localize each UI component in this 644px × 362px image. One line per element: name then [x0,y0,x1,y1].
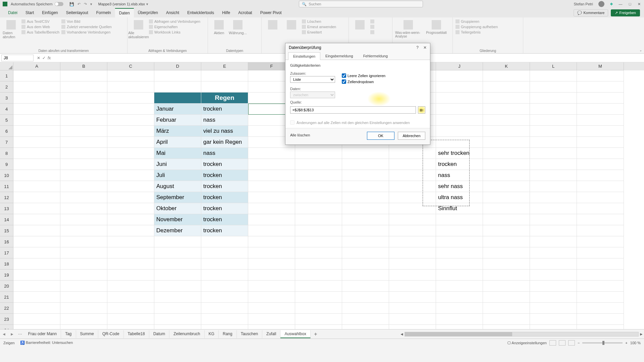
group-button[interactable]: Gruppieren [455,19,498,23]
row-header-24[interactable]: 24 [0,325,13,329]
tab-file[interactable]: Datei [4,8,21,17]
dialog-close-icon[interactable]: ✕ [423,45,427,50]
row-header-20[interactable]: 20 [0,281,13,292]
cell-J8[interactable]: sehr trocken [436,148,483,159]
cell-C20[interactable] [107,281,154,292]
cell-J15[interactable] [436,225,483,236]
cell-B22[interactable] [60,303,107,314]
cell-C22[interactable] [107,303,154,314]
scroll-right-icon[interactable]: ► [639,332,644,337]
cell-B4[interactable] [60,104,107,115]
cell-H18[interactable] [342,258,389,269]
cell-C23[interactable] [107,314,154,325]
data-tool-1[interactable] [370,19,374,23]
cell-A1[interactable] [13,70,60,81]
tab-ansicht[interactable]: Ansicht [162,8,183,17]
cell-G16[interactable] [295,236,342,247]
from-web[interactable]: Aus dem Web [21,25,59,29]
cell-D17[interactable] [154,247,201,258]
cell-M1[interactable] [577,70,624,81]
cell-A7[interactable] [13,137,60,148]
cell-E19[interactable] [201,269,248,281]
sort-asc-button[interactable] [264,19,281,31]
workbook-links[interactable]: Workbook Links [149,30,200,34]
cell-L5[interactable] [530,115,577,126]
cell-C1[interactable] [107,70,154,81]
cell-G9[interactable] [295,159,342,170]
cell-C14[interactable] [107,214,154,225]
cell-M8[interactable] [577,148,624,159]
cell-M19[interactable] [577,269,624,281]
tab-daten[interactable]: Daten [115,8,134,17]
cell-J19[interactable] [436,269,483,281]
cell-I17[interactable] [389,247,436,258]
cell-M6[interactable] [577,126,624,137]
cell-B21[interactable] [60,292,107,303]
collapse-ribbon-icon[interactable]: ⌄ [639,48,642,52]
cell-F8[interactable] [248,148,295,159]
row-header-19[interactable]: 19 [0,269,13,281]
cell-E1[interactable] [201,70,248,81]
enter-formula-icon[interactable]: ✓ [42,56,46,60]
zoom-slider[interactable] [582,342,623,344]
what-if-button[interactable]: Was-wäre-wenn-Analyse [395,19,421,38]
cell-E11[interactable]: trocken [201,181,248,192]
page-layout-view-icon[interactable] [559,340,566,346]
minimize-icon[interactable]: — [619,2,623,6]
cell-L8[interactable] [530,148,577,159]
sheet-tab-frau-oder-mann[interactable]: Frau oder Mann [24,330,61,338]
cell-C21[interactable] [107,292,154,303]
cell-B14[interactable] [60,214,107,225]
cell-K16[interactable] [483,236,530,247]
scroll-left-icon[interactable]: ◄ [399,332,405,337]
comments-button[interactable]: 💬Kommentare [574,9,608,16]
cell-M16[interactable] [577,236,624,247]
cell-J10[interactable]: nass [436,170,483,181]
page-break-view-icon[interactable] [568,340,575,346]
cell-I21[interactable] [389,292,436,303]
cell-K3[interactable] [483,93,530,104]
row-header-21[interactable]: 21 [0,292,13,303]
cell-L7[interactable] [530,137,577,148]
cell-F23[interactable] [248,314,295,325]
cell-J4[interactable] [436,104,483,115]
existing-connections[interactable]: Vorhandene Verbindungen [61,30,112,34]
cell-G19[interactable] [295,269,342,281]
properties[interactable]: Eigenschaften [149,25,200,29]
filter-button[interactable] [283,19,300,31]
cell-F14[interactable] [248,214,295,225]
cell-C9[interactable] [107,159,154,170]
cell-J7[interactable] [436,137,483,148]
sheet-tab-summe[interactable]: Summe [76,330,98,338]
undo-icon[interactable]: ↶ [77,2,80,6]
cell-H9[interactable] [342,159,389,170]
cell-A18[interactable] [13,258,60,269]
cell-L3[interactable] [530,93,577,104]
cell-J24[interactable] [436,325,483,329]
row-headers[interactable]: 123456789101112131415161718192021222324 [0,70,13,329]
source-input[interactable] [290,106,416,114]
allow-select[interactable]: Liste [290,76,335,83]
cell-K13[interactable] [483,203,530,214]
data-tool-3[interactable] [370,30,374,34]
cell-E23[interactable] [201,314,248,325]
row-header-18[interactable]: 18 [0,258,13,269]
cell-J6[interactable] [436,126,483,137]
accessibility-status[interactable]: ♿ Barrierefreiheit: Untersuchen [20,341,73,345]
cell-E24[interactable] [201,325,248,329]
cell-C4[interactable] [107,104,154,115]
tab-entwicklertools[interactable]: Entwicklertools [183,8,218,17]
cell-M24[interactable] [577,325,624,329]
sheet-nav-prev-icon[interactable]: ◄ [0,332,8,337]
cell-E5[interactable]: nass [201,115,248,126]
cell-L19[interactable] [530,269,577,281]
cell-B10[interactable] [60,170,107,181]
cell-D19[interactable] [154,269,201,281]
cell-F16[interactable] [248,236,295,247]
cell-K4[interactable] [483,104,530,115]
cell-M20[interactable] [577,281,624,292]
cell-D10[interactable]: Juli [154,170,201,181]
subtotal-button[interactable]: Teilergebnis [455,30,498,34]
cell-G10[interactable] [295,170,342,181]
sheet-tab-tauschen[interactable]: Tauschen [237,330,262,338]
